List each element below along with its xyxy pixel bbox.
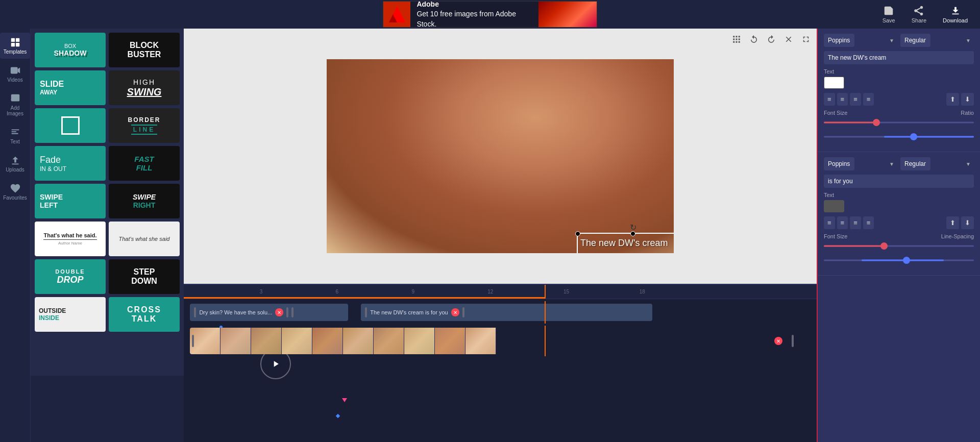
style-select-1[interactable]: Regular (900, 34, 930, 47)
rotate-handle[interactable]: ↻ (630, 223, 636, 232)
ad-banner[interactable]: Adobe Get 10 free images from Adobe Stoc… (383, 1, 597, 28)
sidebar-item-favourites[interactable]: Favourites (0, 179, 30, 205)
ratio-slider-1 (824, 132, 974, 141)
template-grid: BOX SHADOW BLOCK BUSTER SLIDE AWAY HIGH … (35, 33, 180, 332)
sidebar-item-templates[interactable]: Templates (0, 33, 30, 59)
template-color-block[interactable] (35, 108, 106, 143)
clip-handle-right-2[interactable] (462, 307, 464, 317)
template-border-line[interactable]: BORDER LINE (109, 108, 180, 143)
svg-rect-6 (10, 67, 17, 74)
videos-icon (10, 65, 21, 76)
sidebar-item-uploads[interactable]: Uploads (0, 151, 30, 177)
font-size-label-2: Font Size (824, 233, 847, 239)
svg-rect-15 (733, 41, 734, 43)
font-row-1: Poppins Regular (824, 34, 974, 47)
text-icon (10, 127, 21, 138)
align-left-btn-2[interactable]: ≡ (824, 216, 835, 229)
video-strip[interactable]: ✕ (190, 328, 797, 354)
align-right-btn-2[interactable]: ≡ (850, 216, 861, 229)
valign-top-btn-1[interactable]: ⬆ (946, 93, 959, 106)
template-slide-away[interactable]: SLIDE AWAY (35, 70, 106, 105)
fullscreen-button[interactable] (799, 33, 813, 47)
track-playhead-2 (545, 326, 546, 356)
redo-button[interactable] (765, 33, 778, 47)
template-fast-fill[interactable]: FAST FILL (109, 146, 180, 181)
color-swatch-2[interactable] (824, 200, 844, 212)
grid-view-button[interactable] (730, 33, 743, 47)
template-box-shadow[interactable]: BOX SHADOW (35, 33, 106, 67)
sidebar-item-text[interactable]: Text (0, 122, 30, 149)
font-size-label-1: Font Size (824, 110, 847, 116)
template-block-buster[interactable]: BLOCK BUSTER (109, 33, 180, 67)
clip-delete-1[interactable]: ✕ (275, 308, 283, 316)
line-spacing-label: Line-Spacing (941, 233, 974, 239)
clip-delete-2[interactable]: ✕ (451, 308, 459, 316)
template-fade[interactable]: Fade IN & OUT (35, 146, 106, 181)
share-button[interactable]: Share (905, 3, 933, 26)
valign-top-btn-2[interactable]: ⬆ (946, 216, 959, 229)
align-right-btn-1[interactable]: ≡ (850, 93, 861, 106)
align-center-btn-2[interactable]: ≡ (837, 216, 848, 229)
template-swipe-right[interactable]: SWIPE RIGHT (109, 184, 180, 218)
color-label-2: Text (824, 192, 974, 198)
text-properties-section-2: Poppins Regular Text ≡ ≡ ≡ ≡ ⬆ ⬇ Font Si… (818, 152, 980, 276)
valign-bottom-btn-2[interactable]: ⬇ (961, 216, 974, 229)
size-row-2: Font Size Line-Spacing (824, 233, 974, 239)
template-thats-what-he[interactable]: That's what he said. Author Name (35, 222, 106, 256)
save-button[interactable]: Save (876, 3, 901, 26)
sidebar-item-add-images[interactable]: Add Images (0, 89, 30, 120)
video-handle-right[interactable] (792, 335, 794, 347)
sidebar-item-videos[interactable]: Videos (0, 61, 30, 87)
subtitle-clip-2[interactable]: The new DW's cream is for you ✕ (361, 304, 652, 321)
ad-image (538, 1, 597, 28)
clip-handle-left-1[interactable] (194, 307, 196, 317)
svg-rect-4 (11, 43, 14, 46)
video-delete-btn[interactable]: ✕ (774, 337, 782, 345)
playhead[interactable] (545, 285, 546, 299)
share-icon (913, 5, 924, 16)
text-input-1[interactable] (824, 51, 974, 64)
timeline-ruler: 3 6 9 12 15 18 (184, 285, 817, 299)
svg-point-8 (12, 96, 14, 97)
video-track: ✕ (184, 326, 817, 356)
text-input-2[interactable] (824, 175, 974, 188)
template-thats-what-she[interactable]: That's what she said (109, 222, 180, 256)
adobe-logo (383, 1, 410, 28)
align-left-btn-1[interactable]: ≡ (824, 93, 835, 106)
template-swipe-left[interactable]: SWIPE LEFT (35, 184, 106, 218)
text-properties-section-1: Poppins Regular Text ≡ ≡ ≡ ≡ ⬆ ⬇ Font Si… (818, 29, 980, 152)
download-button[interactable]: Download (937, 3, 974, 26)
handle-top-left[interactable] (575, 231, 580, 236)
video-thumb-5 (312, 328, 343, 354)
clip-handle-right-1[interactable] (286, 307, 288, 317)
uploads-icon (10, 155, 21, 166)
undo-button[interactable] (747, 33, 761, 47)
font-select-2[interactable]: Poppins (824, 157, 854, 170)
video-thumb-1 (190, 328, 220, 354)
top-actions: Save Share Download (876, 3, 974, 26)
video-handle-left[interactable] (192, 335, 194, 347)
color-swatch-1[interactable] (824, 77, 844, 89)
clip-handle-left-2[interactable] (365, 307, 367, 317)
svg-rect-5 (15, 43, 19, 46)
valign-bottom-btn-1[interactable]: ⬇ (961, 93, 974, 106)
align-justify-btn-1[interactable]: ≡ (863, 93, 874, 106)
subtitle-clip-1[interactable]: Dry skin? We have the solu... ✕ (190, 304, 348, 321)
template-step-down[interactable]: STEP DOWN (109, 259, 180, 294)
align-center-btn-1[interactable]: ≡ (837, 93, 848, 106)
align-justify-btn-2[interactable]: ≡ (863, 216, 874, 229)
template-double-drop[interactable]: DOUBLE DROP (35, 259, 106, 294)
subtitle-track: Dry skin? We have the solu... ✕ The new … (184, 301, 817, 324)
style-select-2[interactable]: Regular (900, 157, 930, 170)
template-outside-inside[interactable]: OUTSIDE INSIDE (35, 297, 106, 332)
svg-rect-16 (736, 41, 738, 43)
template-high-swing[interactable]: HIGH SWING (109, 70, 180, 105)
font-select-1[interactable]: Poppins (824, 34, 854, 47)
text-selection-box[interactable]: ↻ (577, 233, 674, 253)
close-button[interactable] (782, 33, 795, 47)
template-cross-talk[interactable]: CROSS TALK (109, 297, 180, 332)
ruler-mark-9: 9 (411, 289, 414, 294)
svg-rect-10 (736, 36, 738, 37)
clip-handle-extra-1[interactable] (291, 307, 293, 317)
clip-text-1: Dry skin? We have the solu... (199, 309, 272, 315)
